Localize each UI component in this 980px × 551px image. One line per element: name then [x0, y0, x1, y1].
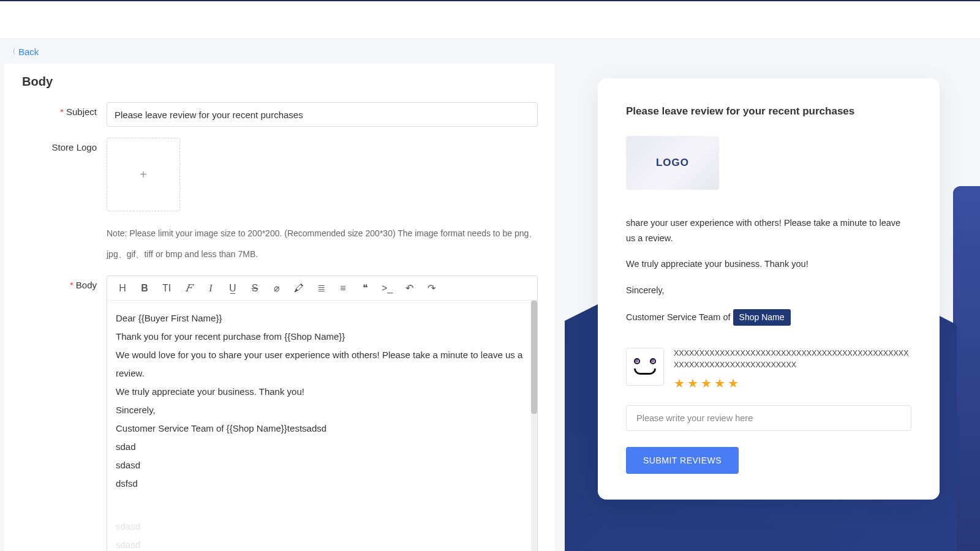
product-row: XXXXXXXXXXXXXXXXXXXXXXXXXXXXXXXXXXXXXXXX…: [626, 348, 911, 391]
submit-reviews-button[interactable]: SUBMIT REVIEWS: [626, 447, 739, 474]
editor-line: We truly appreciate your business. Thank…: [116, 383, 529, 401]
rich-editor: H B TI 𝐹 I U̲ S ⌀ 🖍 ≣ ≡ ❝ >_ ↶: [107, 276, 538, 551]
back-row: 〈 Back: [0, 39, 980, 64]
section-title: Body: [22, 75, 538, 89]
star-icon[interactable]: ★: [674, 376, 685, 391]
editor-line: sdasd: [116, 456, 529, 474]
editor-toolbar: H B TI 𝐹 I U̲ S ⌀ 🖍 ≣ ≡ ❝ >_ ↶: [107, 276, 537, 301]
app-header: [0, 1, 980, 39]
italic-icon[interactable]: I: [205, 283, 216, 294]
scrollbar[interactable]: [531, 301, 537, 551]
preview-sincerely: Sincerely,: [626, 283, 911, 298]
field-subject: *Subject: [22, 102, 538, 127]
code-icon[interactable]: >_: [382, 283, 393, 294]
product-thumbnail: [626, 348, 664, 386]
editor-content[interactable]: Dear {{Buyer First Name}}Thank you for y…: [107, 301, 537, 551]
review-input-preview: Please write your review here: [626, 405, 911, 431]
field-body: *Body H B TI 𝐹 I U̲ S ⌀ 🖍 ≣ ≡: [22, 276, 538, 551]
email-preview-card: Please leave review for your recent purc…: [598, 78, 940, 500]
form-panel: Body *Subject Store Logo + Note: Please …: [4, 64, 555, 551]
preview-para1: share your user experience with others! …: [626, 216, 911, 246]
redo-icon[interactable]: ↷: [426, 282, 437, 294]
editor-line: Sincerely,: [116, 401, 529, 419]
logo-note: Note: Please limit your image size to 20…: [107, 223, 538, 264]
star-icon[interactable]: ★: [728, 376, 739, 391]
editor-line: Customer Service Team of {{Shop Name}}te…: [116, 419, 529, 438]
preview-panel: Please leave review for your recent purc…: [572, 64, 976, 551]
erase-icon[interactable]: ⌀: [271, 282, 282, 294]
preview-para2: We truly appreciate your business. Thank…: [626, 257, 911, 272]
label-store-logo: Store Logo: [22, 138, 107, 152]
editor-line-ghost: sdasd: [116, 536, 529, 551]
preview-cs-team: Customer Service Team of Shop Name: [626, 309, 911, 326]
editor-line: dsfsd: [116, 474, 529, 493]
subject-input[interactable]: [107, 102, 538, 127]
text-size-icon[interactable]: TI: [161, 283, 172, 294]
quote-icon[interactable]: ❝: [360, 282, 371, 294]
editor-line: Thank you for your recent purchase from …: [116, 328, 529, 346]
shop-name-tag: Shop Name: [733, 309, 791, 326]
list-icon[interactable]: ≣: [315, 282, 326, 294]
heading-icon[interactable]: H: [117, 283, 128, 294]
editor-line-ghost: sdasd: [116, 517, 529, 536]
preview-logo: LOGO: [626, 136, 719, 190]
star-icon[interactable]: ★: [714, 376, 725, 391]
chevron-left-icon: 〈: [9, 47, 16, 57]
undo-icon[interactable]: ↶: [404, 282, 415, 294]
star-icon[interactable]: ★: [687, 376, 698, 391]
underline-icon[interactable]: U̲: [227, 282, 238, 294]
color-icon[interactable]: 🖍: [293, 283, 304, 294]
logo-upload[interactable]: +: [107, 138, 180, 211]
rating-stars[interactable]: ★★★★★: [674, 376, 911, 391]
label-body: *Body: [22, 276, 107, 290]
bg-accent-right: [953, 186, 980, 551]
back-label: Back: [18, 47, 39, 57]
editor-line: We would love for you to share your user…: [116, 346, 529, 383]
editor-line: sdad: [116, 438, 529, 456]
font-family-icon[interactable]: 𝐹: [183, 282, 194, 294]
label-subject: *Subject: [22, 102, 107, 117]
strike-icon[interactable]: S: [249, 283, 260, 294]
editor-line: Dear {{Buyer First Name}}: [116, 309, 529, 328]
preview-title: Please leave review for your recent purc…: [626, 105, 911, 118]
align-icon[interactable]: ≡: [337, 283, 349, 294]
star-icon[interactable]: ★: [701, 376, 712, 391]
field-store-logo: Store Logo + Note: Please limit your ima…: [22, 138, 538, 264]
bold-icon[interactable]: B: [139, 283, 150, 294]
product-name: XXXXXXXXXXXXXXXXXXXXXXXXXXXXXXXXXXXXXXXX…: [674, 348, 911, 371]
back-link[interactable]: 〈 Back: [9, 47, 39, 57]
